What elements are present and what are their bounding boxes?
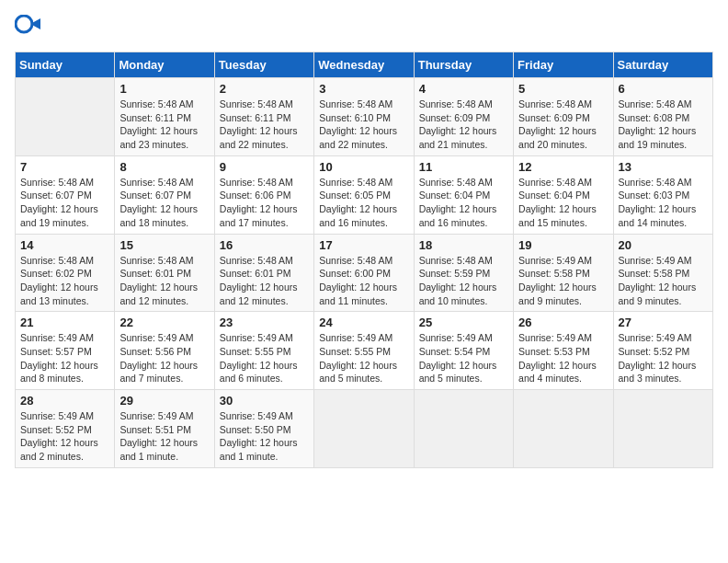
day-info: Sunrise: 5:48 AMSunset: 5:59 PMDaylight:… [419,254,508,308]
table-row: 28Sunrise: 5:49 AMSunset: 5:52 PMDayligh… [16,390,115,468]
day-number: 22 [119,316,209,329]
header-day-wednesday: Wednesday [314,52,414,78]
day-info: Sunrise: 5:48 AMSunset: 6:02 PMDaylight:… [20,254,109,308]
day-number: 23 [220,316,309,329]
day-number: 25 [419,316,508,329]
day-number: 30 [220,394,309,408]
header-day-monday: Monday [115,52,214,78]
day-info: Sunrise: 5:48 AMSunset: 6:05 PMDaylight:… [319,176,408,230]
svg-point-0 [16,16,32,32]
table-row: 4Sunrise: 5:48 AMSunset: 6:09 PMDaylight… [414,78,513,156]
table-row: 5Sunrise: 5:48 AMSunset: 6:09 PMDaylight… [514,78,613,156]
day-info: Sunrise: 5:49 AMSunset: 5:52 PMDaylight:… [20,409,109,464]
table-row: 27Sunrise: 5:49 AMSunset: 5:52 PMDayligh… [613,312,712,390]
day-number: 11 [419,160,508,174]
table-row: 15Sunrise: 5:48 AMSunset: 6:01 PMDayligh… [115,234,214,312]
table-row: 19Sunrise: 5:49 AMSunset: 5:58 PMDayligh… [514,234,613,312]
day-info: Sunrise: 5:48 AMSunset: 6:04 PMDaylight:… [518,176,608,230]
table-row: 7Sunrise: 5:48 AMSunset: 6:07 PMDaylight… [16,155,115,234]
day-number: 6 [619,82,708,96]
logo-icon [15,15,40,40]
table-row [414,390,513,468]
day-info: Sunrise: 5:48 AMSunset: 6:04 PMDaylight:… [419,176,508,230]
day-number: 1 [119,82,209,96]
day-number: 21 [20,316,109,329]
table-row: 12Sunrise: 5:48 AMSunset: 6:04 PMDayligh… [514,155,613,234]
day-info: Sunrise: 5:48 AMSunset: 6:08 PMDaylight:… [619,98,708,152]
day-info: Sunrise: 5:48 AMSunset: 6:01 PMDaylight:… [119,254,209,308]
day-info: Sunrise: 5:49 AMSunset: 5:55 PMDaylight:… [319,331,408,385]
day-number: 20 [619,238,708,252]
header-day-saturday: Saturday [613,52,712,78]
day-number: 18 [419,238,508,252]
calendar-week-2: 7Sunrise: 5:48 AMSunset: 6:07 PMDaylight… [16,155,713,234]
table-row: 20Sunrise: 5:49 AMSunset: 5:58 PMDayligh… [613,234,712,312]
table-row: 23Sunrise: 5:49 AMSunset: 5:55 PMDayligh… [214,312,313,390]
table-row: 6Sunrise: 5:48 AMSunset: 6:08 PMDaylight… [613,78,712,156]
table-row: 21Sunrise: 5:49 AMSunset: 5:57 PMDayligh… [16,312,115,390]
table-row: 24Sunrise: 5:49 AMSunset: 5:55 PMDayligh… [314,312,414,390]
table-row: 13Sunrise: 5:48 AMSunset: 6:03 PMDayligh… [613,155,712,234]
table-row: 30Sunrise: 5:49 AMSunset: 5:50 PMDayligh… [214,390,313,468]
day-info: Sunrise: 5:48 AMSunset: 6:09 PMDaylight:… [518,98,608,152]
table-row: 25Sunrise: 5:49 AMSunset: 5:54 PMDayligh… [414,312,513,390]
day-info: Sunrise: 5:49 AMSunset: 5:55 PMDaylight:… [220,331,309,385]
day-info: Sunrise: 5:48 AMSunset: 6:11 PMDaylight:… [220,98,309,152]
day-info: Sunrise: 5:48 AMSunset: 6:06 PMDaylight:… [220,176,309,230]
day-number: 24 [319,316,408,329]
day-number: 7 [20,160,109,174]
day-info: Sunrise: 5:48 AMSunset: 6:03 PMDaylight:… [619,176,708,230]
table-row: 9Sunrise: 5:48 AMSunset: 6:06 PMDaylight… [214,155,313,234]
table-row: 16Sunrise: 5:48 AMSunset: 6:01 PMDayligh… [214,234,313,312]
day-number: 13 [619,160,708,174]
day-info: Sunrise: 5:48 AMSunset: 6:01 PMDaylight:… [220,254,309,308]
header-day-friday: Friday [514,52,613,78]
table-row: 14Sunrise: 5:48 AMSunset: 6:02 PMDayligh… [16,234,115,312]
logo [15,15,44,40]
day-info: Sunrise: 5:49 AMSunset: 5:53 PMDaylight:… [518,331,608,385]
day-info: Sunrise: 5:49 AMSunset: 5:56 PMDaylight:… [119,331,209,385]
day-info: Sunrise: 5:48 AMSunset: 6:07 PMDaylight:… [119,176,209,230]
calendar-week-4: 21Sunrise: 5:49 AMSunset: 5:57 PMDayligh… [16,312,713,390]
calendar-week-3: 14Sunrise: 5:48 AMSunset: 6:02 PMDayligh… [16,234,713,312]
calendar-table: SundayMondayTuesdayWednesdayThursdayFrid… [15,52,713,468]
table-row [16,78,115,156]
day-info: Sunrise: 5:48 AMSunset: 6:09 PMDaylight:… [419,98,508,152]
day-number: 14 [20,238,109,252]
day-number: 3 [319,82,408,96]
calendar-week-5: 28Sunrise: 5:49 AMSunset: 5:52 PMDayligh… [16,390,713,468]
table-row [613,390,712,468]
calendar-header: SundayMondayTuesdayWednesdayThursdayFrid… [16,52,713,78]
day-info: Sunrise: 5:48 AMSunset: 6:00 PMDaylight:… [319,254,408,308]
day-info: Sunrise: 5:49 AMSunset: 5:50 PMDaylight:… [220,409,309,464]
day-number: 9 [220,160,309,174]
day-info: Sunrise: 5:49 AMSunset: 5:52 PMDaylight:… [619,331,708,385]
header-day-thursday: Thursday [414,52,513,78]
day-info: Sunrise: 5:49 AMSunset: 5:54 PMDaylight:… [419,331,508,385]
day-info: Sunrise: 5:48 AMSunset: 6:10 PMDaylight:… [319,98,408,152]
day-number: 27 [619,316,708,329]
day-number: 19 [518,238,608,252]
table-row: 3Sunrise: 5:48 AMSunset: 6:10 PMDaylight… [314,78,414,156]
header-day-tuesday: Tuesday [214,52,313,78]
day-info: Sunrise: 5:49 AMSunset: 5:57 PMDaylight:… [20,331,109,385]
header-day-sunday: Sunday [16,52,115,78]
day-info: Sunrise: 5:49 AMSunset: 5:58 PMDaylight:… [518,254,608,308]
day-number: 8 [119,160,209,174]
page-header [15,15,713,40]
day-number: 26 [518,316,608,329]
table-row: 1Sunrise: 5:48 AMSunset: 6:11 PMDaylight… [115,78,214,156]
day-number: 10 [319,160,408,174]
day-number: 17 [319,238,408,252]
table-row: 26Sunrise: 5:49 AMSunset: 5:53 PMDayligh… [514,312,613,390]
table-row: 22Sunrise: 5:49 AMSunset: 5:56 PMDayligh… [115,312,214,390]
table-row: 29Sunrise: 5:49 AMSunset: 5:51 PMDayligh… [115,390,214,468]
day-info: Sunrise: 5:48 AMSunset: 6:07 PMDaylight:… [20,176,109,230]
calendar-body: 1Sunrise: 5:48 AMSunset: 6:11 PMDaylight… [16,78,713,468]
day-number: 12 [518,160,608,174]
day-number: 16 [220,238,309,252]
table-row: 11Sunrise: 5:48 AMSunset: 6:04 PMDayligh… [414,155,513,234]
day-number: 2 [220,82,309,96]
day-number: 28 [20,394,109,408]
day-number: 5 [518,82,608,96]
